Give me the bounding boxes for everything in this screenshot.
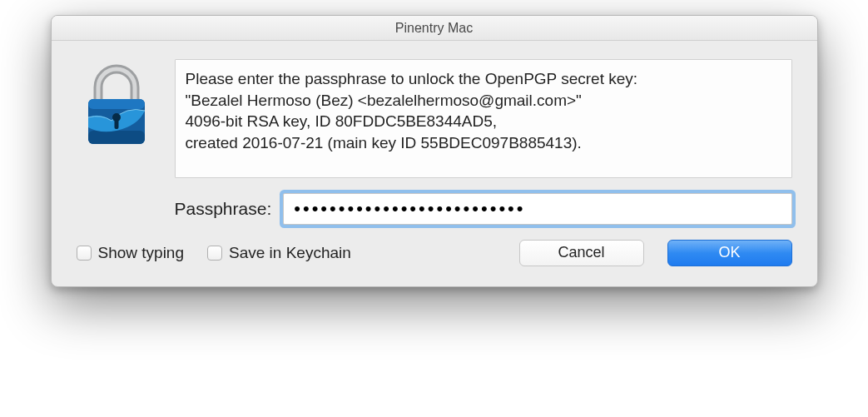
checkbox-icon bbox=[77, 246, 92, 261]
save-keychain-label: Save in Keychain bbox=[229, 244, 351, 262]
show-typing-label: Show typing bbox=[98, 244, 185, 262]
window-title: Pinentry Mac bbox=[395, 21, 473, 36]
ok-button-label: OK bbox=[718, 244, 740, 261]
passphrase-row: Passphrase: bbox=[175, 193, 792, 225]
svg-rect-2 bbox=[88, 131, 145, 144]
cancel-button[interactable]: Cancel bbox=[519, 240, 644, 266]
dialog-content: Please enter the passphrase to unlock th… bbox=[52, 41, 817, 286]
pinentry-dialog: Pinentry Mac bbox=[51, 15, 818, 287]
svg-rect-1 bbox=[88, 99, 145, 109]
message-line: Please enter the passphrase to unlock th… bbox=[186, 68, 781, 90]
message-line: created 2016-07-21 (main key ID 55BDEC09… bbox=[186, 132, 781, 154]
titlebar: Pinentry Mac bbox=[52, 16, 817, 41]
svg-rect-4 bbox=[114, 119, 118, 129]
cancel-button-label: Cancel bbox=[558, 244, 604, 261]
lock-icon bbox=[77, 59, 156, 151]
message-row: Please enter the passphrase to unlock th… bbox=[77, 59, 792, 178]
save-keychain-checkbox[interactable]: Save in Keychain bbox=[207, 244, 351, 262]
checkbox-icon bbox=[207, 246, 222, 261]
message-line: "Bezalel Hermoso (Bez) <bezalelhermoso@g… bbox=[186, 90, 781, 112]
passphrase-input[interactable] bbox=[283, 193, 791, 225]
bottom-controls: Show typing Save in Keychain Cancel OK bbox=[77, 240, 792, 266]
passphrase-label: Passphrase: bbox=[175, 199, 272, 219]
show-typing-checkbox[interactable]: Show typing bbox=[77, 244, 185, 262]
ok-button[interactable]: OK bbox=[667, 240, 792, 266]
prompt-message: Please enter the passphrase to unlock th… bbox=[175, 59, 792, 178]
message-line: 4096-bit RSA key, ID 80FDDC5BE8344AD5, bbox=[186, 111, 781, 132]
